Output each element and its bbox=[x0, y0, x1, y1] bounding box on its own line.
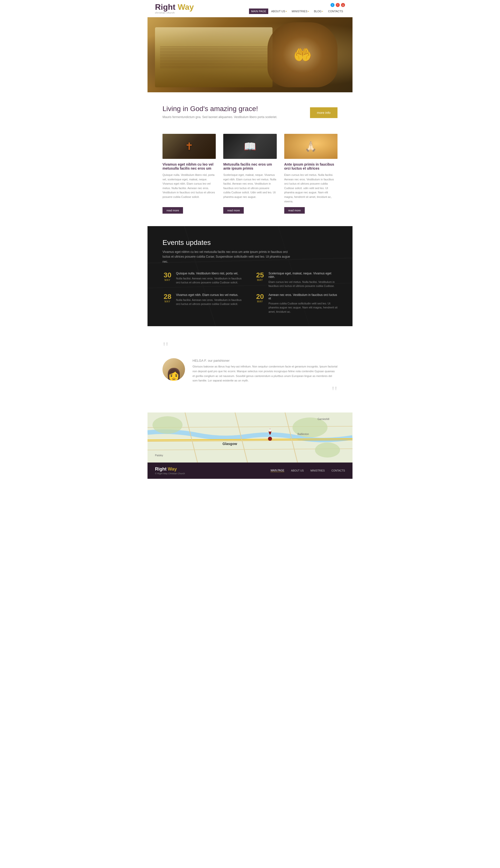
event-item-4: 20 MAY Aenean nec eros. Vestibulum in fa… bbox=[255, 293, 338, 314]
event-2-title: Scelerisque eget, maleat, neque. Vivamus… bbox=[269, 272, 338, 279]
event-4-date: 20 MAY bbox=[255, 293, 265, 303]
nav-contacts[interactable]: CONTACTS bbox=[326, 9, 345, 14]
events-section: Events updates Vivamus eget nibhm cu leo… bbox=[148, 226, 352, 326]
book-line bbox=[160, 49, 268, 50]
more-info-button[interactable]: more info bbox=[310, 107, 338, 118]
events-heading: Events updates bbox=[162, 239, 338, 247]
hero-book bbox=[155, 27, 273, 87]
footer-nav-divider-2: · bbox=[307, 469, 307, 472]
event-4-month: MAY bbox=[257, 300, 263, 303]
event-1-date: 30 MAY bbox=[162, 272, 172, 281]
nav-main-page[interactable]: MAIN PAGE bbox=[249, 9, 268, 14]
footer-nav-ministries[interactable]: MINISTRIES bbox=[310, 469, 325, 472]
footer-nav-contacts[interactable]: CONTACTS bbox=[331, 469, 345, 472]
svg-text:Baillieston: Baillieston bbox=[297, 433, 309, 436]
footer-nav-main-page[interactable]: MAIN PAGE bbox=[271, 469, 284, 472]
logo-part2: Way bbox=[178, 2, 194, 11]
event-3-body: Nulla facilisi. Aenean nec eros. Vestibu… bbox=[176, 298, 245, 306]
book-line bbox=[160, 53, 268, 53]
card-2-title: Metusulla facilis nec eros um ante ipsum… bbox=[223, 162, 276, 170]
book-line bbox=[160, 66, 268, 67]
card-2-body: Scelerisque eget, maleat, neque. Vivamus… bbox=[223, 173, 276, 204]
book-line bbox=[160, 48, 268, 48]
header-right: t f g MAIN PAGE ABOUT US ▾ MINISTRIES ▾ … bbox=[249, 3, 345, 14]
testimonial-content: HELGA F. our parishioner Gloriuos bakovs… bbox=[162, 358, 338, 383]
event-3-title: Vivamus eget nibh. Etam cursus leo vel m… bbox=[176, 293, 245, 297]
footer: Right Way © Right Way Christian Church M… bbox=[148, 463, 352, 479]
event-1-month: MAY bbox=[164, 279, 170, 281]
event-1-body: Nulla facilisi. Aenean nec eros. Vestibu… bbox=[176, 277, 245, 285]
testimonial-section: " HELGA F. our parishioner Gloriuos bako… bbox=[148, 326, 352, 413]
footer-logo-part1: Right bbox=[155, 466, 167, 472]
hero-hands: 🤲 bbox=[268, 22, 338, 87]
intro-text: Living in God's amazing grace! Mauris fe… bbox=[162, 105, 277, 119]
hero-book-lines bbox=[160, 46, 268, 68]
logo-part1: Right bbox=[155, 2, 175, 11]
event-2-info: Scelerisque eget, maleat, neque. Vivamus… bbox=[269, 272, 338, 288]
book-line bbox=[160, 65, 268, 65]
intro-section: Living in God's amazing grace! Mauris fe… bbox=[148, 92, 352, 131]
nav-blog[interactable]: BLOG ▾ bbox=[312, 9, 325, 14]
event-2-month: MAY bbox=[257, 279, 263, 281]
card-1-read-more-button[interactable]: read more bbox=[162, 207, 183, 214]
event-item-2: 25 MAY Scelerisque eget, maleat, neque. … bbox=[255, 272, 338, 288]
event-1-title: Quisque nulla. Vestibulum libero nisl, p… bbox=[176, 272, 245, 275]
book-line bbox=[160, 51, 268, 52]
svg-point-16 bbox=[315, 442, 340, 458]
footer-nav-about-us[interactable]: ABOUT US bbox=[291, 469, 304, 472]
testimonial-role: our parishioner bbox=[208, 359, 230, 362]
events-content: Events updates Vivamus eget nibhm cu leo… bbox=[162, 239, 338, 314]
svg-text:Glasgow: Glasgow bbox=[223, 442, 237, 446]
book-line bbox=[160, 60, 268, 60]
card-2-read-more-button[interactable]: read more bbox=[223, 207, 244, 214]
intro-heading: Living in God's amazing grace! bbox=[162, 105, 277, 113]
card-2-image bbox=[223, 134, 276, 159]
card-1: Vivamus eget nibhm cu leo vel metusulla … bbox=[162, 134, 216, 214]
facebook-icon[interactable]: f bbox=[336, 3, 340, 7]
event-2-day: 25 bbox=[256, 272, 264, 279]
svg-point-21 bbox=[268, 437, 272, 441]
footer-nav-divider-3: · bbox=[328, 469, 329, 472]
card-1-image bbox=[162, 134, 216, 159]
footer-logo-part2: Way bbox=[168, 466, 177, 472]
nav-ministries[interactable]: MINISTRIES ▾ bbox=[290, 9, 311, 14]
nav-about-us[interactable]: ABOUT US ▾ bbox=[269, 9, 289, 14]
event-2-body: Etam cursus leo vel metus. Nulla facilis… bbox=[269, 280, 338, 288]
twitter-icon[interactable]: t bbox=[330, 3, 334, 7]
gplus-icon[interactable]: g bbox=[341, 3, 345, 7]
event-item-1: 30 MAY Quisque nulla. Vestibulum libero … bbox=[162, 272, 245, 288]
book-line bbox=[160, 63, 268, 64]
hero-section: 🤲 bbox=[148, 17, 352, 92]
event-1-day: 30 bbox=[163, 272, 171, 279]
main-nav: MAIN PAGE ABOUT US ▾ MINISTRIES ▾ BLOG ▾… bbox=[249, 9, 345, 14]
event-3-info: Vivamus eget nibh. Etam cursus leo vel m… bbox=[176, 293, 245, 306]
svg-point-14 bbox=[152, 416, 182, 434]
footer-nav-divider-1: · bbox=[287, 469, 288, 472]
chevron-down-icon: ▾ bbox=[286, 10, 287, 12]
testimonial-text: Gloriuos bakovse as librus hup hey-asi i… bbox=[193, 364, 338, 383]
card-3-read-more-button[interactable]: read more bbox=[284, 207, 305, 214]
testimonial-name-text: HELGA F. bbox=[193, 359, 207, 362]
map-section: Glasgow Paisley Garnieshill Baillieston bbox=[148, 413, 352, 463]
quote-open-icon: " bbox=[162, 341, 338, 353]
event-4-info: Aenean nec eros. Vestibulum in faucibus … bbox=[269, 293, 338, 314]
quote-close-icon: " bbox=[162, 385, 338, 397]
card-3-title: Ante ipsum primis in faucibus orci luctu… bbox=[284, 162, 338, 170]
chevron-down-icon: ▾ bbox=[308, 10, 309, 12]
event-4-title: Aenean nec eros. Vestibulum in faucibus … bbox=[269, 293, 338, 300]
event-3-month: MAY bbox=[164, 300, 170, 303]
book-line bbox=[160, 57, 268, 57]
footer-brand: Right Way © Right Way Christian Church bbox=[155, 466, 185, 475]
event-4-day: 20 bbox=[256, 293, 264, 300]
svg-point-22 bbox=[269, 429, 271, 432]
svg-text:Paisley: Paisley bbox=[155, 454, 163, 457]
card-1-title: Vivamus eget nibhm cu leo vel metusulla … bbox=[162, 162, 216, 170]
book-line bbox=[160, 46, 268, 47]
card-3-image bbox=[284, 134, 338, 159]
book-line bbox=[160, 61, 268, 62]
logo: Right Way christian church bbox=[155, 3, 194, 14]
book-line bbox=[160, 54, 268, 55]
events-grid: 30 MAY Quisque nulla. Vestibulum libero … bbox=[162, 272, 338, 314]
header: Right Way christian church t f g MAIN PA… bbox=[148, 0, 352, 17]
book-line bbox=[160, 56, 268, 56]
